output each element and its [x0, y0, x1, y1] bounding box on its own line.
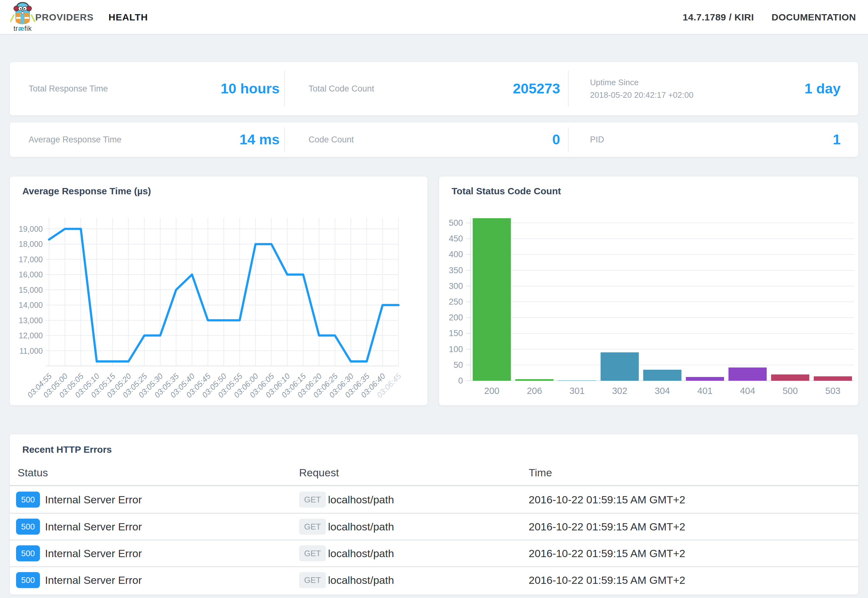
column-header-request: Request [299, 460, 339, 485]
response-time-line-chart: 11,00012,00013,00014,00015,00016,00017,0… [10, 176, 428, 406]
stat-value: 14 ms [239, 132, 280, 148]
average-response-time-chart-card: Average Response Time (µs) 11,00012,0001… [9, 176, 428, 405]
svg-text:350: 350 [449, 266, 463, 275]
error-message: Internal Server Error [45, 493, 142, 505]
svg-text:503: 503 [825, 386, 840, 396]
svg-text:12,000: 12,000 [19, 331, 43, 340]
stat-label: Code Count [308, 135, 354, 145]
top-nav-bar: træfik PROVIDERS HEALTH 14.7.1789 / KIRI… [0, 0, 868, 34]
svg-text:0: 0 [458, 376, 463, 386]
request-path: localhost/path [328, 521, 394, 533]
svg-text:301: 301 [570, 386, 585, 396]
traefik-brand-text: træfik [7, 24, 38, 33]
stats-card-totals: Total Response Time 10 hours Total Code … [9, 61, 859, 116]
http-error-row: 500Internal Server ErrorGETlocalhost/pat… [10, 513, 858, 540]
svg-text:18,000: 18,000 [19, 239, 43, 248]
request-path: localhost/path [328, 574, 394, 586]
svg-text:150: 150 [449, 329, 463, 338]
error-time: 2016-10-22 01:59:15 AM GMT+2 [529, 493, 685, 505]
stat-uptime-datetime: 2018-05-20 20:42:17 +02:00 [590, 89, 693, 101]
http-method-chip: GET [299, 519, 326, 535]
svg-text:250: 250 [449, 297, 463, 306]
svg-text:200: 200 [449, 313, 463, 322]
svg-text:17,000: 17,000 [19, 255, 43, 264]
stat-label: PID [590, 135, 604, 145]
error-time: 2016-10-22 01:59:15 AM GMT+2 [529, 574, 685, 586]
http-method-chip: GET [299, 572, 326, 588]
status-code-badge: 500 [16, 572, 40, 588]
status-code-badge: 500 [16, 492, 40, 507]
traefik-logo[interactable]: træfik [7, 1, 38, 33]
error-time: 2016-10-22 01:59:15 AM GMT+2 [529, 547, 685, 560]
svg-text:302: 302 [612, 386, 627, 396]
stat-value: 1 [833, 132, 841, 148]
nav-tab-health[interactable]: HEALTH [109, 0, 148, 34]
stat-average-response-time: Average Response Time 14 ms [10, 122, 284, 157]
svg-text:19,000: 19,000 [19, 224, 43, 233]
stat-value: 1 day [804, 81, 841, 97]
errors-table-body: 500Internal Server ErrorGETlocalhost/pat… [10, 486, 858, 593]
column-header-time: Time [529, 460, 552, 485]
traefik-gopher-icon [7, 1, 38, 25]
svg-text:400: 400 [449, 250, 463, 259]
request-path: localhost/path [328, 493, 394, 505]
nav-documentation-link[interactable]: DOCUMENTATION [771, 12, 856, 22]
http-method-chip: GET [299, 546, 326, 562]
svg-text:404: 404 [740, 386, 755, 396]
status-code-badge: 500 [16, 519, 40, 535]
errors-table-title: Recent HTTP Errors [22, 444, 112, 455]
svg-text:500: 500 [449, 218, 463, 228]
errors-table-header: Status Request Time [10, 460, 858, 486]
error-message: Internal Server Error [45, 547, 142, 560]
status-code-chart-card: Total Status Code Count 0501001502002503… [439, 176, 859, 405]
stats-card-current: Average Response Time 14 ms Code Count 0… [9, 122, 859, 157]
stat-value: 10 hours [220, 81, 280, 97]
error-time: 2016-10-22 01:59:15 AM GMT+2 [529, 521, 685, 533]
http-method-chip: GET [299, 492, 326, 507]
recent-http-errors-card: Recent HTTP Errors Status Request Time 5… [9, 434, 859, 595]
http-error-row: 500Internal Server ErrorGETlocalhost/pat… [10, 566, 858, 593]
stat-pid: PID 1 [569, 122, 859, 157]
svg-text:500: 500 [783, 386, 798, 396]
http-error-row: 500Internal Server ErrorGETlocalhost/pat… [10, 486, 858, 513]
stat-code-count: Code Count 0 [285, 122, 568, 157]
stat-total-code-count: Total Code Count 205273 [285, 62, 568, 115]
http-error-row: 500Internal Server ErrorGETlocalhost/pat… [10, 540, 858, 566]
svg-text:300: 300 [449, 281, 463, 291]
stat-uptime-since: Uptime Since 2018-05-20 20:42:17 +02:00 … [569, 62, 859, 115]
svg-text:16,000: 16,000 [19, 270, 43, 279]
svg-text:304: 304 [655, 386, 670, 396]
stat-label: Total Code Count [308, 84, 374, 94]
error-message: Internal Server Error [45, 521, 142, 533]
nav-tab-providers[interactable]: PROVIDERS [35, 0, 94, 34]
column-header-status: Status [18, 460, 48, 485]
stat-total-response-time: Total Response Time 10 hours [10, 62, 284, 115]
error-message: Internal Server Error [45, 574, 142, 586]
svg-text:401: 401 [697, 386, 712, 396]
status-code-bar-chart: 0501001502002503003504004505002002063013… [439, 176, 859, 406]
svg-text:14,000: 14,000 [19, 300, 43, 309]
svg-text:450: 450 [449, 234, 463, 243]
nav-version-label: 14.7.1789 / KIRI [683, 12, 754, 22]
svg-text:200: 200 [484, 386, 500, 396]
stat-label: Average Response Time [28, 135, 121, 145]
stat-value: 0 [552, 132, 560, 148]
svg-text:13,000: 13,000 [19, 316, 43, 325]
svg-text:50: 50 [453, 360, 463, 370]
request-path: localhost/path [328, 547, 394, 560]
stat-label: Uptime Since [590, 76, 693, 89]
stat-label: Total Response Time [28, 84, 108, 94]
stat-value: 205273 [513, 81, 560, 97]
status-code-badge: 500 [16, 546, 40, 562]
svg-text:206: 206 [527, 386, 542, 396]
svg-text:11,000: 11,000 [19, 347, 43, 355]
svg-text:15,000: 15,000 [19, 286, 43, 294]
svg-text:100: 100 [449, 345, 463, 354]
